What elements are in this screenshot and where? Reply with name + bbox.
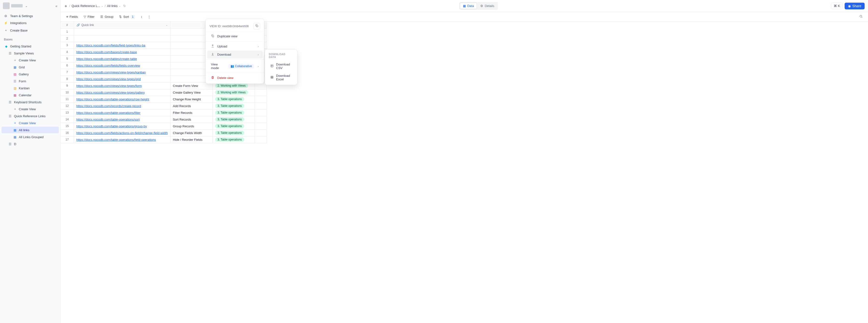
toolbar-filter[interactable]: ▽ Filter [81,14,97,20]
row-number-cell[interactable]: 14 [61,116,74,123]
quick-link-cell[interactable]: https://docs.nocodb.com/fields/actions-o… [74,130,170,136]
description-cell[interactable]: Change Row Height [170,96,212,103]
link[interactable]: https://docs.nocodb.com/views/view-types… [76,71,146,74]
toolbar-fields[interactable]: ≡ Fields [64,14,80,20]
sidebar-table-d[interactable]: ☰ D [1,141,59,147]
breadcrumb-view[interactable]: All links ⌄ [107,4,121,8]
table-row[interactable]: 15https://docs.nocodb.com/table-operatio… [61,123,267,130]
link[interactable]: https://docs.nocodb.com/table-operations… [76,98,149,101]
category-cell[interactable]: 2. Working with Views [212,89,255,96]
menu-upload[interactable]: Upload › [207,42,262,50]
row-number-cell[interactable]: 12 [61,103,74,109]
sidebar-team-settings[interactable]: ⚙ Team & Settings [0,12,60,20]
quick-link-cell[interactable]: https://docs.nocodb.com/bases/create-bas… [74,49,170,56]
row-number-cell[interactable]: 16 [61,130,74,136]
sidebar-view-calendar[interactable]: ▦ Calendar [1,92,59,99]
row-number-cell[interactable]: 7 [61,69,74,76]
row-number-cell[interactable]: 4 [61,49,74,56]
row-number-cell[interactable]: 5 [61,56,74,62]
description-cell[interactable]: Change Fields Width [170,130,212,136]
link[interactable]: https://docs.nocodb.com/fields/fields-ov… [76,64,140,67]
toolbar-group[interactable]: ☰ Group [98,14,116,20]
sidebar-view-all-links-grouped[interactable]: ▦ All Links Grouped [1,134,59,140]
toolbar-search-button[interactable] [858,13,865,20]
table-row[interactable]: 13https://docs.nocodb.com/table-operatio… [61,109,267,116]
sidebar-create-base[interactable]: ＋ Create Base [0,27,60,34]
menu-download-excel[interactable]: Download Excel [267,72,296,83]
description-cell[interactable]: Hide / Reorder Fields [170,136,212,143]
table-row[interactable]: 12https://docs.nocodb.com/records/create… [61,103,267,109]
quick-link-cell[interactable]: https://docs.nocodb.com/views/view-types… [74,89,170,96]
link[interactable]: https://docs.nocodb.com/fields/actions-o… [76,131,168,135]
description-cell[interactable]: Group Records [170,123,212,130]
column-header-rownum[interactable]: # [61,22,74,28]
sidebar-view-all-links[interactable]: ▦ All links [1,127,59,133]
link[interactable]: https://docs.nocodb.com/records/create-r… [76,104,141,108]
description-cell[interactable]: Create Form View [170,82,212,89]
table-row[interactable]: 11https://docs.nocodb.com/table-operatio… [61,96,267,103]
category-cell[interactable]: 3. Table operations [212,123,255,130]
description-cell[interactable]: Filter Records [170,109,212,116]
quick-link-cell[interactable] [74,28,170,35]
link[interactable]: https://docs.nocodb.com/tables/create-ta… [76,57,137,61]
sidebar-table-keyboard-shortcuts[interactable]: ☰ Keyboard Shortcuts [1,99,59,105]
quick-link-cell[interactable]: https://docs.nocodb.com/table-operations… [74,96,170,103]
column-header-quick-link[interactable]: 🔗 Quick link ⌄ [74,22,170,28]
row-number-cell[interactable]: 10 [61,89,74,96]
quick-link-cell[interactable]: https://docs.nocodb.com/records/create-r… [74,103,170,109]
category-cell[interactable]: 3. Table operations [212,116,255,123]
command-k-button[interactable]: ⌘ K [831,3,842,9]
sidebar-table-sample-views[interactable]: ☰ Sample Views [1,50,59,57]
refresh-button[interactable]: ↻ [123,4,126,8]
row-number-cell[interactable]: 13 [61,109,74,116]
description-cell[interactable]: Sort Records [170,116,212,123]
toolbar-row-height[interactable]: ↕ [138,14,145,20]
quick-link-cell[interactable]: https://docs.nocodb.com/table-operations… [74,109,170,116]
menu-view-mode[interactable]: View mode 👥 Collaborative › [207,61,262,72]
sidebar-integrations[interactable]: ⚡ Integrations [0,20,60,27]
data-grid[interactable]: # 🔗 Quick link ⌄ ⌄ [61,22,868,323]
row-number-cell[interactable]: 17 [61,136,74,143]
category-cell[interactable]: 3. Table operations [212,109,255,116]
share-button[interactable]: ◉ Share [845,3,865,9]
tab-data[interactable]: ▦ Data [460,3,477,9]
quick-link-cell[interactable]: https://docs.nocodb.com/table-operations… [74,136,170,143]
menu-download-csv[interactable]: Download CSV [267,61,296,72]
link[interactable]: https://docs.nocodb.com/bases/create-bas… [76,50,137,54]
table-row[interactable]: 10https://docs.nocodb.com/views/view-typ… [61,89,267,96]
link[interactable]: https://docs.nocodb.com/table-operations… [76,118,140,121]
row-number-cell[interactable]: 1 [61,28,74,35]
link[interactable]: https://docs.nocodb.com/views/view-types… [76,84,142,87]
table-row[interactable]: 14https://docs.nocodb.com/table-operatio… [61,116,267,123]
category-cell[interactable]: 3. Table operations [212,136,255,143]
quick-link-cell[interactable]: https://docs.nocodb.com/views/view-types… [74,69,170,76]
breadcrumb-table[interactable]: Quick Reference L... ⌄ [72,4,103,8]
sidebar-collapse-button[interactable]: « [56,4,57,8]
sidebar-create-view[interactable]: ＋ Create View [1,57,59,64]
row-number-cell[interactable]: 6 [61,62,74,69]
menu-duplicate-view[interactable]: Duplicate view [207,32,262,40]
sidebar-table-quick-reference-links[interactable]: ☰ Quick Reference Links [1,113,59,119]
menu-download[interactable]: Download › [207,50,262,59]
workspace-switcher[interactable]: ⌄ « [0,0,60,11]
sidebar-view-kanban[interactable]: ▥ Kanban [1,85,59,92]
quick-link-cell[interactable]: https://docs.nocodb.com/views/view-types… [74,82,170,89]
sidebar-view-gallery[interactable]: ▧ Gallery [1,71,59,77]
link[interactable]: https://docs.nocodb.com/views/view-types… [76,91,145,94]
quick-link-cell[interactable]: https://docs.nocodb.com/fields/field-typ… [74,42,170,49]
quick-link-cell[interactable]: https://docs.nocodb.com/tables/create-ta… [74,56,170,62]
link[interactable]: https://docs.nocodb.com/table-operations… [76,111,141,115]
quick-link-cell[interactable]: https://docs.nocodb.com/fields/fields-ov… [74,62,170,69]
sidebar-view-grid[interactable]: ▦ Grid [1,64,59,71]
row-number-cell[interactable]: 2 [61,35,74,42]
link[interactable]: https://docs.nocodb.com/table-operations… [76,124,147,128]
row-number-cell[interactable]: 8 [61,76,74,82]
menu-delete-view[interactable]: Delete view [207,74,262,82]
toolbar-more-button[interactable]: ⋮ [146,14,153,20]
category-cell[interactable]: 3. Table operations [212,103,255,109]
category-cell[interactable]: 3. Table operations [212,130,255,136]
link[interactable]: https://docs.nocodb.com/table-operations… [76,138,156,142]
row-number-cell[interactable]: 9 [61,82,74,89]
link[interactable]: https://docs.nocodb.com/fields/field-typ… [76,43,145,47]
category-cell[interactable]: 3. Table operations [212,96,255,103]
